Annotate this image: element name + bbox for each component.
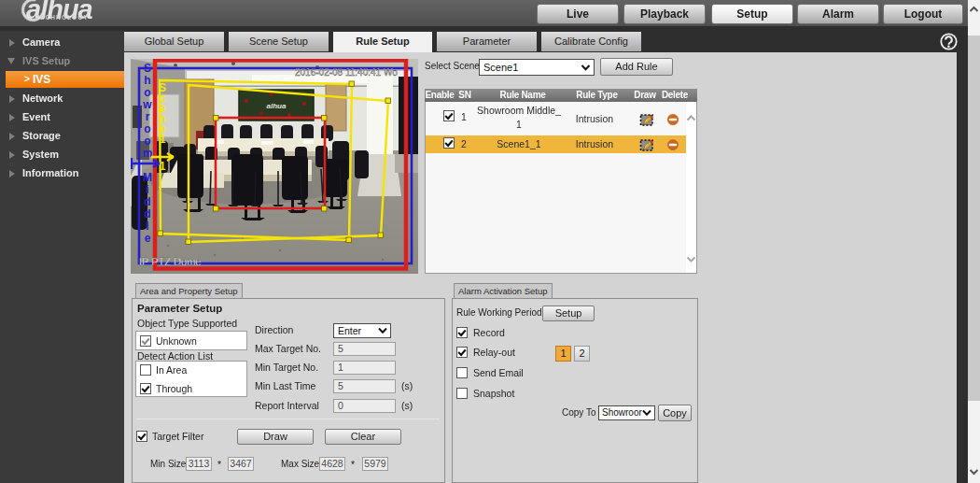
svg-text:alhua: alhua (267, 102, 287, 110)
svg-text:o: o (144, 122, 150, 135)
svg-text:d: d (144, 207, 150, 220)
svg-text:o: o (144, 86, 150, 99)
svg-text:i: i (146, 183, 148, 196)
svg-text:r: r (146, 110, 150, 123)
svg-text:m: m (143, 147, 153, 160)
svg-text:e: e (145, 232, 151, 245)
svg-text:M: M (143, 171, 152, 184)
svg-text:2016-02-08 11:40:41 Wo: 2016-02-08 11:40:41 Wo (295, 67, 398, 78)
svg-text:IP PTZ Dome: IP PTZ Dome (139, 256, 201, 267)
svg-text:h: h (144, 74, 150, 87)
svg-text:l: l (146, 220, 148, 233)
svg-text:o: o (144, 135, 150, 148)
svg-text:d: d (144, 195, 150, 208)
svg-text:1: 1 (160, 160, 166, 173)
svg-text:S: S (144, 62, 151, 75)
svg-text:1: 1 (160, 133, 166, 146)
svg-text:w: w (142, 98, 152, 111)
